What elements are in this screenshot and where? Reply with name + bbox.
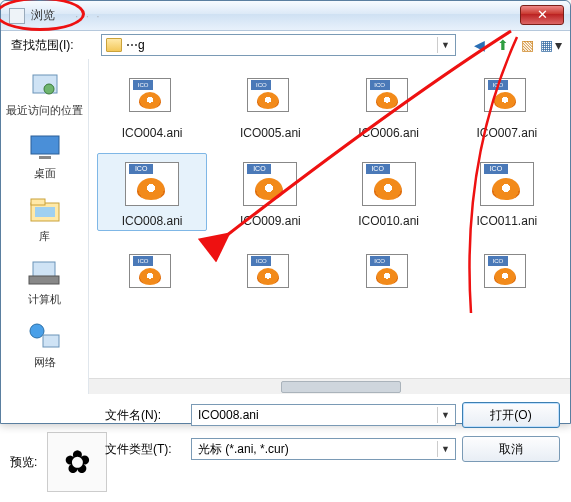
file-controls: 文件名(N): ICO008.ani▼ 打开(O) 文件类型(T): 光标 (*… [1,394,570,470]
file-item[interactable]: ICOICO007.ani [452,65,562,143]
network-icon [27,321,63,351]
window-subtitle: · · · [75,9,102,23]
sidebar-item-network[interactable]: 网络 [1,317,88,380]
file-item[interactable]: ICOICO004.ani [97,65,207,143]
file-name: ICO006.ani [337,126,441,140]
horizontal-scrollbar[interactable] [89,378,570,394]
file-name: ICO010.ani [337,214,441,228]
open-button[interactable]: 打开(O) [462,402,560,428]
sidebar-item-label: 网络 [1,355,88,370]
recent-icon [27,69,63,99]
lookin-label: 查找范围(I): [11,37,101,54]
computer-icon [27,258,63,288]
up-icon[interactable]: ⬆ [494,36,512,54]
sidebar-item-recent[interactable]: 最近访问的位置 [1,65,88,128]
filename-value: ICO008.ani [198,408,259,422]
file-item[interactable]: ICO [97,241,207,305]
sidebar-item-label: 最近访问的位置 [1,103,88,118]
file-item[interactable]: ICOICO011.ani [452,153,562,231]
places-sidebar: 最近访问的位置 桌面 库 计算机 网络 [1,59,89,394]
file-item-selected[interactable]: ICOICO008.ani [97,153,207,231]
filetype-combo[interactable]: 光标 (*.ani, *.cur)▼ [191,438,456,460]
chevron-down-icon[interactable]: ▼ [437,407,453,423]
view-menu-icon[interactable]: ▦▾ [542,36,560,54]
file-name: ICO007.ani [455,126,559,140]
lookin-combo[interactable]: ⋯g ▼ [101,34,456,56]
file-item[interactable]: ICO [452,241,562,305]
window-title: 浏览 [31,7,55,24]
file-name: ICO005.ani [218,126,322,140]
file-name: ICO008.ani [100,214,204,228]
file-name: ICO011.ani [455,214,559,228]
lookin-value: ⋯g [126,38,145,52]
file-item[interactable]: ICOICO010.ani [334,153,444,231]
svg-rect-8 [29,276,59,284]
svg-rect-10 [43,335,59,347]
app-icon [9,8,25,24]
svg-point-9 [30,324,44,338]
file-item[interactable]: ICOICO009.ani [215,153,325,231]
folder-icon [106,38,122,52]
svg-rect-6 [35,207,55,217]
close-button[interactable]: ✕ [520,5,564,25]
file-name: ICO004.ani [100,126,204,140]
sidebar-item-computer[interactable]: 计算机 [1,254,88,317]
filetype-value: 光标 (*.ani, *.cur) [198,441,289,458]
lookin-bar: 查找范围(I): ⋯g ▼ ◀ ⬆ ▧ ▦▾ [1,31,570,59]
desktop-icon [27,132,63,162]
svg-point-1 [44,84,54,94]
filename-label: 文件名(N): [105,407,185,424]
sidebar-item-label: 库 [1,229,88,244]
filetype-label: 文件类型(T): [105,441,185,458]
sidebar-item-label: 桌面 [1,166,88,181]
nav-icons: ◀ ⬆ ▧ ▦▾ [470,36,560,54]
file-item[interactable]: ICOICO006.ani [334,65,444,143]
svg-rect-5 [31,199,45,205]
sidebar-item-library[interactable]: 库 [1,191,88,254]
sidebar-item-label: 计算机 [1,292,88,307]
library-icon [27,195,63,225]
file-item[interactable]: ICOICO005.ani [215,65,325,143]
chevron-down-icon[interactable]: ▼ [437,37,453,53]
new-folder-icon[interactable]: ▧ [518,36,536,54]
sidebar-item-desktop[interactable]: 桌面 [1,128,88,191]
file-list-area[interactable]: ICOICO004.ani ICOICO005.ani ICOICO006.an… [89,59,570,394]
cancel-button[interactable]: 取消 [462,436,560,462]
svg-rect-3 [39,156,51,159]
titlebar[interactable]: 浏览 · · · ✕ [1,1,570,31]
scrollbar-thumb[interactable] [281,381,401,393]
file-name: ICO009.ani [218,214,322,228]
file-item[interactable]: ICO [334,241,444,305]
file-item[interactable]: ICO [215,241,325,305]
svg-rect-2 [31,136,59,154]
browse-dialog: 浏览 · · · ✕ 查找范围(I): ⋯g ▼ ◀ ⬆ ▧ ▦▾ 最近访问的位… [0,0,571,424]
filename-combo[interactable]: ICO008.ani▼ [191,404,456,426]
chevron-down-icon[interactable]: ▼ [437,441,453,457]
back-icon[interactable]: ◀ [470,36,488,54]
